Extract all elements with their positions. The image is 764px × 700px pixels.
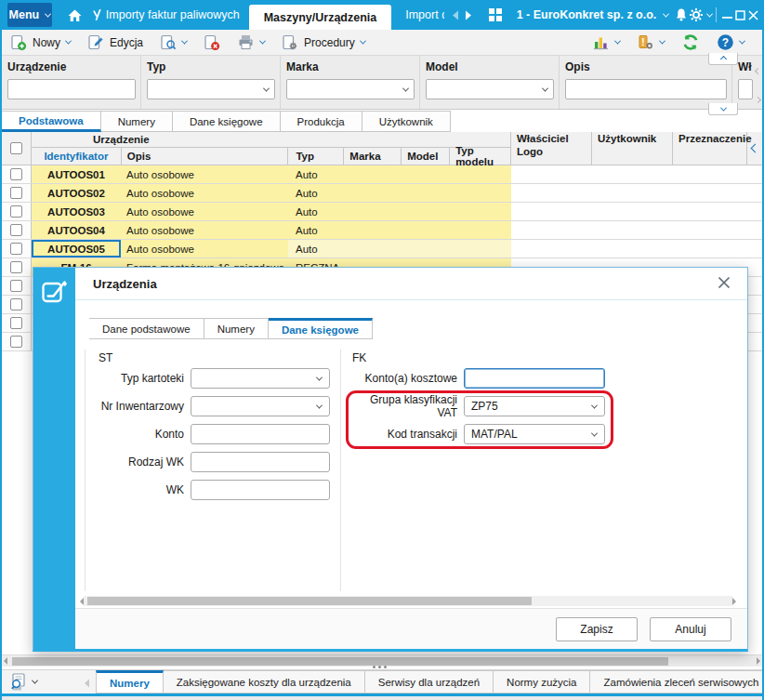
filter-type-select[interactable] [147, 79, 275, 99]
field-input[interactable] [191, 396, 330, 416]
menu-button[interactable]: Menu [7, 3, 52, 27]
column-header-purpose[interactable]: Przeznaczenie [673, 132, 747, 165]
prev-tab-arrow[interactable] [452, 10, 459, 20]
edit-button[interactable]: Edycja [79, 31, 151, 55]
minimize-button[interactable] [720, 4, 733, 26]
field-input[interactable]: MAT/PAL [464, 424, 605, 444]
home-button[interactable] [67, 8, 83, 22]
tab-import-d[interactable]: Import d [391, 0, 443, 30]
refresh-button[interactable] [673, 31, 708, 55]
field-input[interactable] [464, 368, 605, 389]
view-tab[interactable]: Numery [101, 111, 173, 132]
row-checkbox[interactable] [2, 165, 32, 183]
tab-maszyny-urzadzenia[interactable]: Maszyny/Urządzenia [249, 5, 392, 30]
print-button[interactable] [229, 31, 273, 55]
column-header-id[interactable]: Identyfikator [32, 148, 121, 165]
tab-importy-faktur[interactable]: Importy faktur paliwowych [83, 0, 249, 30]
row-checkbox[interactable] [2, 184, 32, 202]
expand-filter-button[interactable] [708, 103, 738, 115]
dialog-tab[interactable]: Dane księgowe [269, 318, 373, 339]
column-header-brand[interactable]: Marka [343, 148, 401, 165]
preview-button[interactable] [151, 31, 195, 55]
field-input[interactable] [191, 480, 330, 500]
row-checkbox[interactable] [2, 258, 32, 276]
view-tab[interactable]: Podstawowa [2, 111, 101, 132]
dialog-tab[interactable]: Dane podstawowe [89, 318, 204, 339]
row-checkbox[interactable] [2, 314, 32, 332]
edit-note-icon [40, 278, 69, 307]
save-button[interactable]: Zapisz [556, 617, 638, 641]
fk-fields: Konto(a) kosztowe Grupa klasyfikacji VAT… [348, 368, 605, 444]
row-checkbox[interactable] [2, 277, 32, 295]
delete-button[interactable] [195, 31, 229, 55]
dialog-tab[interactable]: Numery [204, 318, 269, 339]
column-header-model-type[interactable]: Typ modelu [449, 148, 510, 165]
bottom-tab[interactable]: Serwisy dla urządzeń [365, 670, 494, 693]
field-input[interactable]: ZP75 [464, 396, 605, 416]
column-header-type[interactable]: Typ [287, 148, 343, 165]
close-button[interactable] [747, 4, 760, 26]
view-tab[interactable]: Produkcja [281, 111, 362, 132]
select-all-checkbox[interactable] [2, 132, 32, 165]
column-header-model[interactable]: Model [401, 148, 449, 165]
bottom-tab[interactable]: Zaksięgowane koszty dla urządzenia [164, 670, 365, 693]
row-checkbox[interactable] [2, 221, 32, 239]
scroll-right-arrow[interactable] [732, 598, 736, 605]
bottom-tab[interactable]: Normy zużycia [494, 670, 590, 693]
collapse-filter-button[interactable] [708, 53, 738, 65]
scrollbar-thumb[interactable] [87, 597, 532, 605]
view-tab[interactable]: Użytkownik [362, 111, 451, 132]
bottom-tab[interactable]: Zamówienia zleceń serwisowych [590, 670, 764, 693]
view-tab[interactable]: Dane księgowe [173, 111, 281, 132]
alerts-button[interactable]: ! [628, 31, 673, 55]
scroll-left-icon[interactable] [755, 68, 761, 74]
edit-pencil-icon [87, 34, 104, 51]
splitter-handle[interactable] [373, 666, 387, 668]
new-button[interactable]: Nowy [2, 31, 79, 55]
row-checkbox[interactable] [2, 333, 32, 350]
procedures-button[interactable]: Procedury [273, 31, 374, 55]
field-input[interactable] [191, 424, 330, 444]
table-row[interactable]: AUTOOS01 Auto osobowe Auto [2, 165, 762, 184]
field-input[interactable] [191, 368, 330, 389]
cancel-button[interactable]: Anuluj [650, 617, 731, 641]
filter-desc-input[interactable] [565, 79, 727, 99]
maximize-button[interactable] [733, 4, 746, 26]
table-row[interactable]: AUTOOS03 Auto osobowe Auto [2, 203, 762, 221]
column-group-device[interactable]: Urządzenie [32, 132, 510, 148]
filter-brand-select[interactable] [286, 79, 415, 99]
next-tab-arrow[interactable] [465, 10, 472, 20]
row-checkbox[interactable] [2, 240, 32, 258]
table-row[interactable]: AUTOOS02 Auto osobowe Auto [2, 184, 762, 203]
notifications-button[interactable] [674, 3, 689, 27]
filter-owner-input[interactable] [738, 79, 753, 99]
filter-device-input[interactable] [7, 79, 136, 99]
dialog-close-button[interactable] [716, 274, 732, 291]
settings-button[interactable] [689, 3, 712, 27]
column-header-user[interactable]: Użytkownik [592, 132, 673, 165]
table-row[interactable]: AUTOOS05 Auto osobowe Auto [2, 240, 762, 258]
table-row[interactable]: AUTOOS04 Auto osobowe Auto [2, 221, 762, 240]
column-header-desc[interactable]: Opis [121, 148, 288, 165]
column-header-owner-logo[interactable]: Właściciel Logo [511, 132, 592, 165]
analysis-button[interactable] [584, 31, 628, 55]
menu-label: Menu [9, 8, 40, 21]
scroll-right-icon[interactable] [755, 97, 761, 103]
window-list-icon[interactable] [489, 8, 502, 21]
row-checkbox[interactable] [2, 296, 32, 313]
filter-model-select[interactable] [426, 79, 554, 99]
bottom-tab[interactable]: Numery [96, 670, 164, 693]
help-button[interactable]: ? [708, 31, 753, 55]
field-input[interactable] [191, 452, 330, 472]
dialog-horizontal-scrollbar[interactable] [80, 595, 736, 607]
exclamation-glyph: ! [641, 37, 644, 47]
grid-scroll-left-button[interactable] [747, 132, 762, 165]
company-selector[interactable]: 1 - EuroKonkret sp. z o.o. [517, 8, 669, 21]
row-checkbox[interactable] [2, 203, 32, 220]
scrollbar-thumb[interactable] [12, 657, 668, 666]
refresh-icon [681, 33, 700, 51]
scroll-right-arrow[interactable] [757, 657, 760, 665]
bottom-filter-button[interactable] [2, 672, 45, 693]
cell-model [402, 240, 450, 258]
bottom-tabs-scroll-left[interactable] [45, 679, 96, 693]
